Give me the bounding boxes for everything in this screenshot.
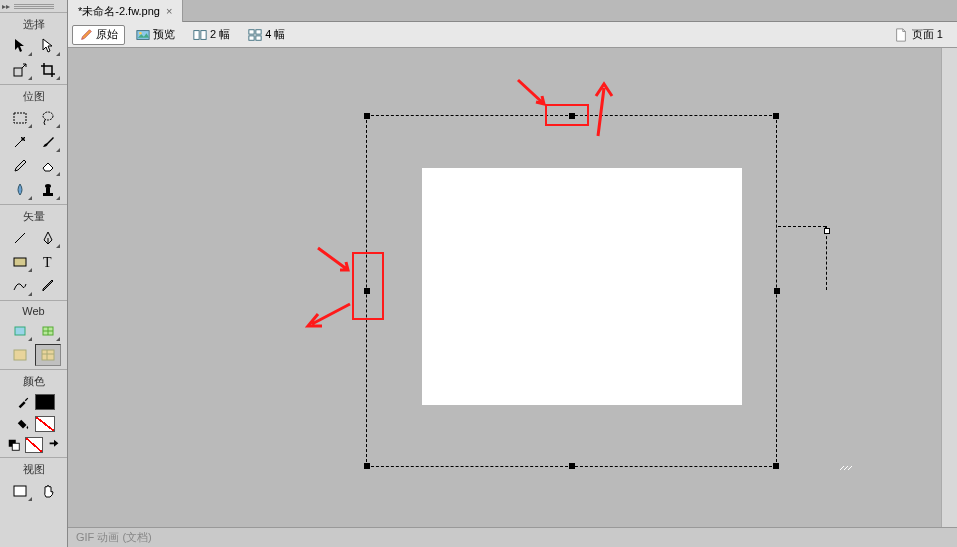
annotation-arrow-left-in — [316, 246, 356, 276]
rubber-stamp-tool[interactable] — [35, 179, 61, 201]
section-view-label: 视图 — [0, 460, 67, 479]
fill-color-swatch[interactable] — [35, 416, 55, 432]
default-colors-btn[interactable] — [5, 437, 23, 453]
document-tab[interactable]: *未命名-2.fw.png × — [68, 0, 183, 22]
handle-ne[interactable] — [773, 113, 779, 119]
svg-text:T: T — [43, 255, 52, 270]
line-tool[interactable] — [7, 227, 33, 249]
paint-bucket-tool[interactable] — [13, 415, 33, 433]
svg-rect-18 — [194, 30, 199, 39]
blur-tool[interactable] — [7, 179, 33, 201]
panel-expand-icon[interactable]: ▸▸ — [2, 2, 10, 11]
subselect-tool[interactable] — [35, 35, 61, 57]
view-switch-bar: 原始 预览 2 幅 4 幅 页面 1 — [68, 22, 957, 48]
svg-rect-4 — [46, 188, 50, 193]
view-preview-btn[interactable]: 预览 — [129, 25, 182, 45]
handle-sw[interactable] — [364, 463, 370, 469]
text-tool[interactable]: T — [35, 251, 61, 273]
svg-rect-7 — [14, 258, 26, 266]
view-preview-label: 预览 — [153, 27, 175, 42]
svg-rect-9 — [15, 327, 25, 335]
pointer-tool[interactable] — [7, 35, 33, 57]
tab-close-icon[interactable]: × — [166, 5, 172, 17]
selection-marquee-ext-right1 — [821, 226, 827, 290]
knife-tool[interactable] — [35, 275, 61, 297]
view-2up-label: 2 幅 — [210, 27, 230, 42]
pencil-icon — [79, 28, 93, 42]
hide-slices-tool[interactable] — [7, 344, 33, 366]
svg-rect-21 — [256, 29, 261, 33]
two-up-icon — [193, 28, 207, 42]
page-icon — [894, 28, 908, 42]
eraser-tool[interactable] — [35, 155, 61, 177]
lasso-tool[interactable] — [35, 107, 61, 129]
crop-tool[interactable] — [35, 59, 61, 81]
stroke-color-swatch[interactable] — [35, 394, 55, 410]
annotation-arrow-left-out — [304, 300, 354, 330]
pencil-tool[interactable] — [7, 155, 33, 177]
svg-rect-11 — [14, 350, 26, 360]
svg-rect-23 — [256, 35, 261, 39]
view-original-label: 原始 — [96, 27, 118, 42]
hand-tool[interactable] — [35, 480, 61, 502]
svg-point-17 — [139, 31, 142, 34]
status-text: GIF 动画 (文档) — [76, 530, 152, 545]
svg-rect-19 — [201, 30, 206, 39]
view-original-btn[interactable]: 原始 — [72, 25, 125, 45]
handle-e[interactable] — [774, 288, 780, 294]
annotation-box-top — [545, 104, 589, 126]
hotspot-tool[interactable] — [7, 320, 33, 342]
svg-rect-20 — [249, 29, 254, 33]
marquee-tool[interactable] — [7, 107, 33, 129]
section-bitmap-label: 位图 — [0, 87, 67, 106]
handle-offset-ne[interactable] — [824, 228, 830, 234]
svg-rect-14 — [12, 443, 19, 450]
freeform-tool[interactable] — [7, 275, 33, 297]
section-web: Web — [0, 300, 67, 369]
canvas-workspace[interactable] — [68, 48, 957, 527]
pen-tool[interactable] — [35, 227, 61, 249]
vertical-scrollbar[interactable] — [941, 48, 957, 527]
selection-marquee-ext-top — [778, 226, 826, 232]
section-view: 视图 — [0, 457, 67, 505]
status-bar: GIF 动画 (文档) — [68, 527, 957, 547]
view-2up-btn[interactable]: 2 幅 — [186, 25, 237, 45]
svg-rect-3 — [43, 193, 53, 196]
svg-rect-13 — [8, 440, 15, 447]
page-indicator[interactable]: 页面 1 — [912, 27, 943, 42]
four-up-icon — [248, 28, 262, 42]
handle-s[interactable] — [569, 463, 575, 469]
scale-tool[interactable] — [7, 59, 33, 81]
handle-nw[interactable] — [364, 113, 370, 119]
show-slices-tool[interactable] — [35, 344, 61, 366]
handle-se[interactable] — [773, 463, 779, 469]
no-color-btn[interactable] — [25, 437, 43, 453]
slice-tool[interactable] — [35, 320, 61, 342]
svg-rect-16 — [137, 30, 149, 39]
view-4up-btn[interactable]: 4 幅 — [241, 25, 292, 45]
section-color-label: 颜色 — [0, 372, 67, 391]
svg-rect-15 — [14, 486, 26, 496]
section-bitmap: 位图 — [0, 84, 67, 204]
view-4up-label: 4 幅 — [265, 27, 285, 42]
brush-tool[interactable] — [35, 131, 61, 153]
rectangle-tool[interactable] — [7, 251, 33, 273]
magic-wand-tool[interactable] — [7, 131, 33, 153]
eyedropper-tool[interactable] — [13, 393, 33, 411]
svg-rect-0 — [14, 68, 22, 76]
svg-line-6 — [15, 233, 25, 243]
tools-panel: ▸▸ 选择 位图 矢量 — [0, 0, 68, 547]
svg-point-2 — [43, 112, 53, 120]
section-color: 颜色 — [0, 369, 67, 457]
selection-marquee[interactable] — [366, 115, 777, 467]
swap-colors-btn[interactable] — [45, 437, 63, 453]
panel-drag-handle[interactable] — [14, 2, 54, 10]
section-select: 选择 — [0, 12, 67, 84]
svg-rect-12 — [42, 350, 54, 360]
screen-mode-tool[interactable] — [7, 480, 33, 502]
annotation-box-left — [352, 252, 384, 320]
section-web-label: Web — [0, 303, 67, 319]
section-vector: 矢量 T — [0, 204, 67, 300]
document-tab-bar: *未命名-2.fw.png × — [68, 0, 957, 22]
canvas-resize-grip[interactable] — [838, 462, 858, 472]
